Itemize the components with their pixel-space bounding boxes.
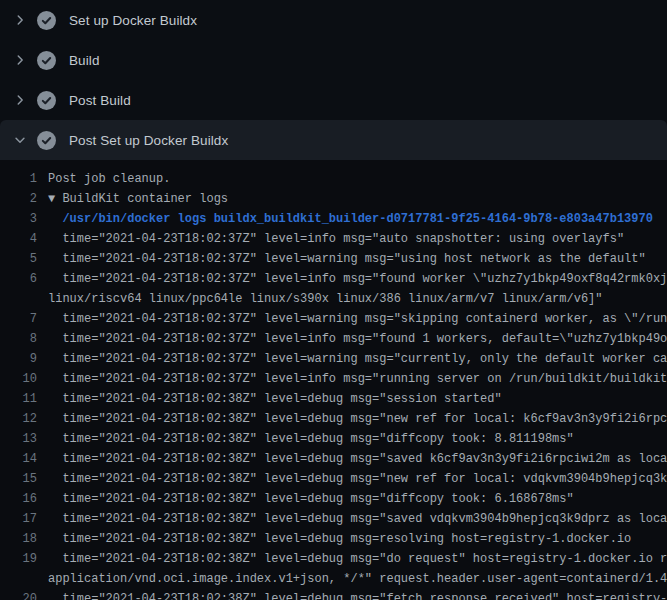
log-line: 2 ▼ BuildKit container logs [0,189,667,209]
steps-list: Set up Docker Buildx Build Post Build Po… [0,0,667,160]
log-line-text: time="2021-04-23T18:02:38Z" level=debug … [48,589,667,600]
log-line-text: application/vnd.oci.image.index.v1+json,… [48,569,667,589]
log-line: 20 time="2021-04-23T18:02:38Z" level=deb… [0,589,667,600]
log-console: 1 Post job cleanup. 2 ▼ BuildKit contain… [0,160,667,600]
log-line: 16 time="2021-04-23T18:02:38Z" level=deb… [0,489,667,509]
log-line: 5 time="2021-04-23T18:02:37Z" level=warn… [0,249,667,269]
log-line-text: time="2021-04-23T18:02:38Z" level=debug … [48,489,574,509]
step-row-build[interactable]: Build [0,40,667,80]
log-group-toggle[interactable]: ▼ BuildKit container logs [48,189,228,209]
log-line-text: time="2021-04-23T18:02:38Z" level=debug … [48,409,667,429]
log-line-number[interactable]: 9 [0,349,37,369]
log-line: 1 Post job cleanup. [0,169,667,189]
log-line-text: linux/riscv64 linux/ppc64le linux/s390x … [48,289,603,309]
log-line-text: time="2021-04-23T18:02:37Z" level=info m… [48,229,624,249]
log-line-text: time="2021-04-23T18:02:38Z" level=debug … [48,529,631,549]
log-line-text: time="2021-04-23T18:02:38Z" level=debug … [48,429,574,449]
chevron-right-icon [12,52,28,68]
log-line-number[interactable]: 14 [0,449,37,469]
log-line: application/vnd.oci.image.index.v1+json,… [0,569,667,589]
log-line-number[interactable]: 6 [0,269,37,289]
log-line-number [0,569,37,589]
log-line-number[interactable]: 7 [0,309,37,329]
log-line-text: time="2021-04-23T18:02:37Z" level=info m… [48,369,667,389]
log-line: 7 time="2021-04-23T18:02:37Z" level=warn… [0,309,667,329]
log-line: 12 time="2021-04-23T18:02:38Z" level=deb… [0,409,667,429]
check-circle-icon [37,11,56,30]
step-row-set-up-docker-buildx[interactable]: Set up Docker Buildx [0,0,667,40]
log-line-number[interactable]: 15 [0,469,37,489]
chevron-down-icon [12,132,28,148]
log-line-text: time="2021-04-23T18:02:37Z" level=warnin… [48,309,667,329]
log-line: 11 time="2021-04-23T18:02:38Z" level=deb… [0,389,667,409]
step-label: Post Build [69,93,131,108]
log-line-number[interactable]: 18 [0,529,37,549]
log-line-number[interactable]: 11 [0,389,37,409]
log-line-text: /usr/bin/docker logs buildx_buildkit_bui… [48,209,653,229]
check-circle-icon [37,91,56,110]
log-line: 17 time="2021-04-23T18:02:38Z" level=deb… [0,509,667,529]
log-line-number[interactable]: 3 [0,209,37,229]
log-line-number[interactable]: 13 [0,429,37,449]
log-line-text: time="2021-04-23T18:02:38Z" level=debug … [48,549,667,569]
chevron-right-icon [12,12,28,28]
log-line-number[interactable]: 4 [0,229,37,249]
log-line: 14 time="2021-04-23T18:02:38Z" level=deb… [0,449,667,469]
log-line-number[interactable]: 2 [0,189,37,209]
log-line-text: time="2021-04-23T18:02:37Z" level=info m… [48,269,667,289]
log-line-number[interactable]: 10 [0,369,37,389]
log-line-number[interactable]: 20 [0,589,37,600]
log-line-number[interactable]: 19 [0,549,37,569]
log-line-number [0,289,37,309]
log-line-number[interactable]: 5 [0,249,37,269]
chevron-right-icon [12,92,28,108]
log-lines: 1 Post job cleanup. 2 ▼ BuildKit contain… [0,169,667,600]
log-line-text: time="2021-04-23T18:02:37Z" level=warnin… [48,349,667,369]
log-line-number[interactable]: 17 [0,509,37,529]
log-line: 15 time="2021-04-23T18:02:38Z" level=deb… [0,469,667,489]
log-line-text: time="2021-04-23T18:02:38Z" level=debug … [48,449,667,469]
log-line: 8 time="2021-04-23T18:02:37Z" level=info… [0,329,667,349]
log-line-number[interactable]: 16 [0,489,37,509]
log-line: 9 time="2021-04-23T18:02:37Z" level=warn… [0,349,667,369]
log-line: 4 time="2021-04-23T18:02:37Z" level=info… [0,229,667,249]
log-line: 18 time="2021-04-23T18:02:38Z" level=deb… [0,529,667,549]
check-circle-icon [37,131,56,150]
step-label: Build [69,53,100,68]
log-line: 6 time="2021-04-23T18:02:37Z" level=info… [0,269,667,289]
step-label: Set up Docker Buildx [69,13,197,28]
log-line-text: time="2021-04-23T18:02:38Z" level=debug … [48,509,667,529]
step-row-post-build[interactable]: Post Build [0,80,667,120]
log-line-number[interactable]: 8 [0,329,37,349]
log-line-text: time="2021-04-23T18:02:38Z" level=debug … [48,469,667,489]
log-line: 13 time="2021-04-23T18:02:38Z" level=deb… [0,429,667,449]
step-row-post-set-up-docker-buildx[interactable]: Post Set up Docker Buildx [0,120,667,160]
step-label: Post Set up Docker Buildx [69,133,228,148]
log-line-number[interactable]: 12 [0,409,37,429]
log-line: linux/riscv64 linux/ppc64le linux/s390x … [0,289,667,309]
log-line-text: time="2021-04-23T18:02:38Z" level=debug … [48,389,502,409]
log-line-command: 3 /usr/bin/docker logs buildx_buildkit_b… [0,209,667,229]
log-line-text: time="2021-04-23T18:02:37Z" level=info m… [48,329,667,349]
log-line: 10 time="2021-04-23T18:02:37Z" level=inf… [0,369,667,389]
check-circle-icon [37,51,56,70]
log-line-number[interactable]: 1 [0,169,37,189]
log-line-text: time="2021-04-23T18:02:37Z" level=warnin… [48,249,646,269]
log-line: 19 time="2021-04-23T18:02:38Z" level=deb… [0,549,667,569]
log-line-text: Post job cleanup. [48,169,170,189]
